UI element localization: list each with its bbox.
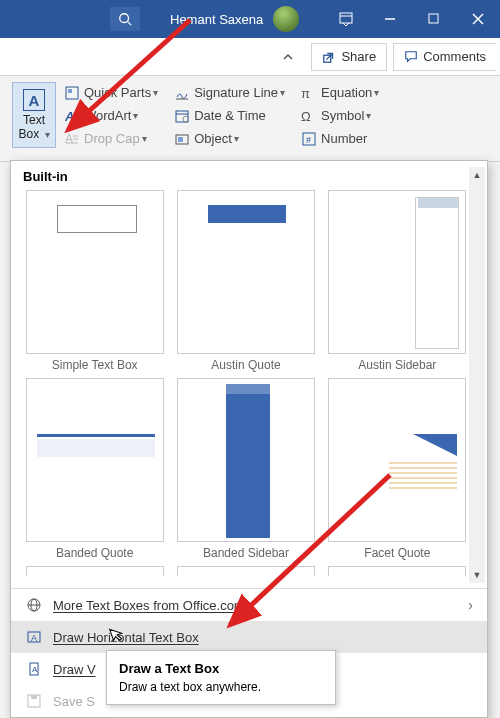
- text-box-button[interactable]: A Text Box ▾: [12, 82, 56, 148]
- wordart-button[interactable]: AWordArt▾: [60, 105, 162, 126]
- scroll-up-button[interactable]: ▲: [469, 167, 485, 183]
- quick-parts-button[interactable]: Quick Parts▾: [60, 82, 162, 103]
- more-from-office-label: More Text Boxes from Office.com: [53, 598, 245, 613]
- more-from-office-button[interactable]: More Text Boxes from Office.com ›: [11, 589, 487, 621]
- equation-button[interactable]: πEquation▾: [297, 82, 383, 103]
- tooltip-title: Draw a Text Box: [119, 661, 323, 676]
- svg-rect-2: [340, 13, 352, 23]
- object-icon: [174, 131, 190, 147]
- comments-label: Comments: [423, 49, 486, 64]
- save-icon: [25, 692, 43, 710]
- calendar-icon: [174, 108, 190, 124]
- gallery-scroll-area: Built-in ▲ ▼ Simple Text Box Austin Quot…: [11, 161, 487, 588]
- draw-vertical-label: Draw V: [53, 662, 96, 677]
- close-button[interactable]: [456, 0, 500, 38]
- text-box-label-1: Text: [23, 113, 45, 127]
- equation-icon: π: [301, 85, 317, 101]
- drop-cap-button[interactable]: ADrop Cap▾: [60, 128, 162, 149]
- svg-text:Ω: Ω: [301, 109, 311, 123]
- globe-icon: [25, 596, 43, 614]
- gallery-section-label: Built-in: [11, 161, 487, 190]
- gallery-item-cut-2[interactable]: [176, 566, 315, 576]
- vertical-text-box-icon: A: [25, 660, 43, 678]
- text-box-gallery: Built-in ▲ ▼ Simple Text Box Austin Quot…: [10, 160, 488, 718]
- search-icon: [118, 12, 132, 26]
- svg-text:A: A: [65, 132, 73, 146]
- gallery-item-austin-quote[interactable]: Austin Quote: [176, 190, 315, 374]
- comments-button[interactable]: Comments: [393, 43, 496, 71]
- ribbon-group-text: Quick Parts▾ AWordArt▾ ADrop Cap▾: [60, 82, 162, 157]
- quick-parts-icon: [64, 85, 80, 101]
- gallery-item-cut-1[interactable]: [25, 566, 164, 576]
- svg-rect-33: [31, 695, 37, 699]
- action-bar: Share Comments: [0, 38, 500, 76]
- gallery-item-cut-3[interactable]: [328, 566, 467, 576]
- svg-line-1: [128, 22, 132, 26]
- ribbon-options-button[interactable]: [324, 0, 368, 38]
- gallery-item-banded-quote[interactable]: Banded Quote: [25, 378, 164, 562]
- signature-line-button[interactable]: Signature Line▾: [170, 82, 289, 103]
- gallery-item-simple-text-box[interactable]: Simple Text Box: [25, 190, 164, 374]
- share-icon: [322, 50, 336, 64]
- title-bar: Hemant Saxena: [0, 0, 500, 38]
- svg-text:#: #: [306, 135, 311, 145]
- text-box-small-icon: A: [25, 628, 43, 646]
- window-controls: [324, 0, 500, 38]
- drop-cap-icon: A: [64, 131, 80, 147]
- minimize-button[interactable]: [368, 0, 412, 38]
- chevron-right-icon: ›: [468, 597, 473, 613]
- share-button[interactable]: Share: [311, 43, 387, 71]
- save-selection-label: Save S: [53, 694, 95, 709]
- user-name: Hemant Saxena: [170, 12, 263, 27]
- number-button[interactable]: #Number: [297, 128, 383, 149]
- svg-rect-4: [429, 14, 438, 23]
- number-icon: #: [301, 131, 317, 147]
- gallery-item-banded-sidebar[interactable]: Banded Sidebar: [176, 378, 315, 562]
- svg-rect-20: [178, 137, 183, 142]
- svg-text:π: π: [301, 86, 310, 100]
- signature-icon: [174, 85, 190, 101]
- avatar[interactable]: [273, 6, 299, 32]
- svg-text:A: A: [32, 665, 38, 674]
- comment-icon: [404, 50, 418, 64]
- gallery-scrollbar[interactable]: ▲ ▼: [469, 167, 485, 583]
- ribbon-group-symbols: πEquation▾ ΩSymbol▾ #Number: [297, 82, 383, 157]
- collapse-ribbon-button[interactable]: [271, 43, 305, 71]
- ribbon: A Text Box ▾ Quick Parts▾ AWordArt▾ ADro…: [0, 76, 500, 162]
- ribbon-group-insert: Signature Line▾ Date & Time Object▾: [170, 82, 289, 157]
- gallery-body: Simple Text Box Austin Quote Austin Side…: [11, 190, 487, 580]
- svg-text:A: A: [65, 109, 74, 123]
- text-box-icon: A: [23, 89, 45, 111]
- search-box[interactable]: [110, 7, 140, 31]
- tooltip: Draw a Text Box Draw a text box anywhere…: [106, 650, 336, 705]
- draw-horizontal-text-box-button[interactable]: A Draw Horizontal Text Box: [11, 621, 487, 653]
- gallery-item-facet-quote[interactable]: Facet Quote: [328, 378, 467, 562]
- text-box-label-2: Box ▾: [18, 127, 49, 141]
- svg-text:A: A: [31, 633, 37, 643]
- scroll-down-button[interactable]: ▼: [469, 567, 485, 583]
- wordart-icon: A: [64, 108, 80, 124]
- date-time-button[interactable]: Date & Time: [170, 105, 289, 126]
- gallery-item-austin-sidebar[interactable]: Austin Sidebar: [328, 190, 467, 374]
- symbol-icon: Ω: [301, 108, 317, 124]
- maximize-button[interactable]: [412, 0, 456, 38]
- share-label: Share: [341, 49, 376, 64]
- tooltip-body: Draw a text box anywhere.: [119, 680, 323, 694]
- svg-rect-9: [68, 89, 72, 93]
- draw-horizontal-label: Draw Horizontal Text Box: [53, 630, 199, 645]
- symbol-button[interactable]: ΩSymbol▾: [297, 105, 383, 126]
- svg-point-0: [120, 14, 129, 23]
- object-button[interactable]: Object▾: [170, 128, 289, 149]
